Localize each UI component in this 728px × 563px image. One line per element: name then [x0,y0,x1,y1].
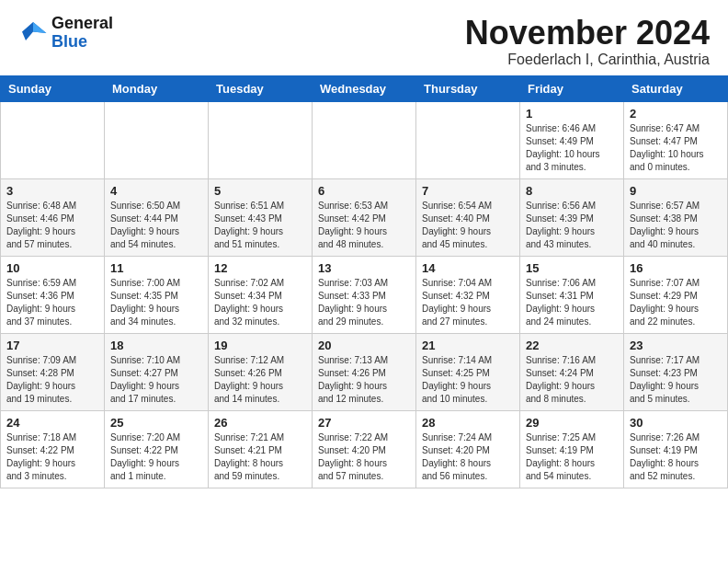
day-number: 10 [6,261,98,275]
day-number: 21 [422,339,514,352]
calendar-week-row: 17Sunrise: 7:09 AM Sunset: 4:28 PM Dayli… [1,333,728,410]
day-info: Sunrise: 7:18 AM Sunset: 4:22 PM Dayligh… [6,431,98,483]
calendar-header: SundayMondayTuesdayWednesdayThursdayFrid… [1,75,728,101]
day-number: 25 [110,416,202,430]
logo-icon [18,18,48,48]
calendar-cell: 1Sunrise: 6:46 AM Sunset: 4:49 PM Daylig… [520,101,624,178]
calendar-cell: 19Sunrise: 7:12 AM Sunset: 4:26 PM Dayli… [209,333,313,410]
day-info: Sunrise: 7:16 AM Sunset: 4:24 PM Dayligh… [526,354,618,406]
calendar-cell [209,101,313,178]
calendar-cell: 20Sunrise: 7:13 AM Sunset: 4:26 PM Dayli… [313,333,416,410]
day-info: Sunrise: 7:03 AM Sunset: 4:33 PM Dayligh… [318,277,410,328]
day-number: 11 [110,261,202,275]
calendar-table: SundayMondayTuesdayWednesdayThursdayFrid… [0,75,728,488]
calendar-cell: 3Sunrise: 6:48 AM Sunset: 4:46 PM Daylig… [1,178,105,256]
day-number: 28 [422,416,514,430]
calendar-cell: 24Sunrise: 7:18 AM Sunset: 4:22 PM Dayli… [1,410,105,488]
day-number: 6 [318,184,410,198]
day-number: 2 [630,107,722,121]
day-info: Sunrise: 7:25 AM Sunset: 4:19 PM Dayligh… [526,431,618,483]
day-number: 16 [630,261,722,275]
calendar-cell: 10Sunrise: 6:59 AM Sunset: 4:36 PM Dayli… [1,256,105,333]
day-info: Sunrise: 6:48 AM Sunset: 4:46 PM Dayligh… [6,200,98,251]
svg-marker-1 [33,22,46,33]
day-info: Sunrise: 7:14 AM Sunset: 4:25 PM Dayligh… [422,354,514,406]
calendar-cell: 16Sunrise: 7:07 AM Sunset: 4:29 PM Dayli… [624,256,728,333]
day-info: Sunrise: 7:02 AM Sunset: 4:34 PM Dayligh… [214,277,306,328]
calendar-week-row: 3Sunrise: 6:48 AM Sunset: 4:46 PM Daylig… [1,178,728,256]
calendar-week-row: 24Sunrise: 7:18 AM Sunset: 4:22 PM Dayli… [1,410,728,488]
day-info: Sunrise: 6:50 AM Sunset: 4:44 PM Dayligh… [110,200,202,251]
calendar-cell [1,101,105,178]
calendar-cell: 22Sunrise: 7:16 AM Sunset: 4:24 PM Dayli… [520,333,624,410]
calendar-week-row: 1Sunrise: 6:46 AM Sunset: 4:49 PM Daylig… [1,101,728,178]
weekday-header-friday: Friday [520,75,624,101]
day-info: Sunrise: 6:47 AM Sunset: 4:47 PM Dayligh… [630,122,722,174]
month-title: November 2024 [465,15,710,52]
day-number: 30 [630,416,722,430]
calendar-week-row: 10Sunrise: 6:59 AM Sunset: 4:36 PM Dayli… [1,256,728,333]
day-info: Sunrise: 7:24 AM Sunset: 4:20 PM Dayligh… [422,431,514,483]
day-number: 20 [318,339,410,352]
weekday-header-saturday: Saturday [624,75,728,101]
day-info: Sunrise: 7:17 AM Sunset: 4:23 PM Dayligh… [630,354,722,406]
day-number: 9 [630,184,722,198]
day-number: 17 [6,339,98,352]
day-info: Sunrise: 7:06 AM Sunset: 4:31 PM Dayligh… [526,277,618,328]
weekday-header-monday: Monday [105,75,209,101]
calendar-body: 1Sunrise: 6:46 AM Sunset: 4:49 PM Daylig… [1,101,728,488]
day-number: 14 [422,261,514,275]
calendar-cell: 13Sunrise: 7:03 AM Sunset: 4:33 PM Dayli… [313,256,416,333]
day-info: Sunrise: 6:59 AM Sunset: 4:36 PM Dayligh… [6,277,98,328]
day-number: 19 [214,339,306,352]
day-number: 3 [6,184,98,198]
day-number: 4 [110,184,202,198]
day-number: 23 [630,339,722,352]
day-info: Sunrise: 6:46 AM Sunset: 4:49 PM Dayligh… [526,122,618,174]
calendar-cell: 30Sunrise: 7:26 AM Sunset: 4:19 PM Dayli… [624,410,728,488]
day-info: Sunrise: 7:07 AM Sunset: 4:29 PM Dayligh… [630,277,722,328]
calendar-cell: 5Sunrise: 6:51 AM Sunset: 4:43 PM Daylig… [209,178,313,256]
day-number: 5 [214,184,306,198]
calendar-cell: 7Sunrise: 6:54 AM Sunset: 4:40 PM Daylig… [416,178,520,256]
day-number: 15 [526,261,618,275]
calendar-cell [105,101,209,178]
day-info: Sunrise: 7:21 AM Sunset: 4:21 PM Dayligh… [214,431,306,483]
calendar-cell: 26Sunrise: 7:21 AM Sunset: 4:21 PM Dayli… [209,410,313,488]
calendar-cell: 15Sunrise: 7:06 AM Sunset: 4:31 PM Dayli… [520,256,624,333]
weekday-header-tuesday: Tuesday [209,75,313,101]
logo-text: General Blue [51,15,113,52]
calendar-cell: 8Sunrise: 6:56 AM Sunset: 4:39 PM Daylig… [520,178,624,256]
calendar-cell: 27Sunrise: 7:22 AM Sunset: 4:20 PM Dayli… [313,410,416,488]
day-info: Sunrise: 6:54 AM Sunset: 4:40 PM Dayligh… [422,200,514,251]
calendar-cell: 2Sunrise: 6:47 AM Sunset: 4:47 PM Daylig… [624,101,728,178]
calendar-cell: 14Sunrise: 7:04 AM Sunset: 4:32 PM Dayli… [416,256,520,333]
calendar-cell: 12Sunrise: 7:02 AM Sunset: 4:34 PM Dayli… [209,256,313,333]
logo: General Blue [18,15,113,52]
day-info: Sunrise: 7:20 AM Sunset: 4:22 PM Dayligh… [110,431,202,483]
weekday-header-sunday: Sunday [1,75,105,101]
day-number: 22 [526,339,618,352]
calendar-cell: 18Sunrise: 7:10 AM Sunset: 4:27 PM Dayli… [105,333,209,410]
calendar-cell: 29Sunrise: 7:25 AM Sunset: 4:19 PM Dayli… [520,410,624,488]
weekday-header-wednesday: Wednesday [313,75,416,101]
calendar-cell: 17Sunrise: 7:09 AM Sunset: 4:28 PM Dayli… [1,333,105,410]
day-number: 1 [526,107,618,121]
day-info: Sunrise: 6:57 AM Sunset: 4:38 PM Dayligh… [630,200,722,251]
calendar-cell: 23Sunrise: 7:17 AM Sunset: 4:23 PM Dayli… [624,333,728,410]
calendar-cell: 21Sunrise: 7:14 AM Sunset: 4:25 PM Dayli… [416,333,520,410]
day-number: 29 [526,416,618,430]
weekday-header-thursday: Thursday [416,75,520,101]
day-number: 12 [214,261,306,275]
day-info: Sunrise: 7:04 AM Sunset: 4:32 PM Dayligh… [422,277,514,328]
day-number: 26 [214,416,306,430]
day-info: Sunrise: 6:53 AM Sunset: 4:42 PM Dayligh… [318,200,410,251]
calendar-cell: 9Sunrise: 6:57 AM Sunset: 4:38 PM Daylig… [624,178,728,256]
day-info: Sunrise: 7:00 AM Sunset: 4:35 PM Dayligh… [110,277,202,328]
calendar-cell: 28Sunrise: 7:24 AM Sunset: 4:20 PM Dayli… [416,410,520,488]
calendar-cell: 4Sunrise: 6:50 AM Sunset: 4:44 PM Daylig… [105,178,209,256]
day-info: Sunrise: 7:10 AM Sunset: 4:27 PM Dayligh… [110,354,202,406]
location-subtitle: Foederlach I, Carinthia, Austria [465,52,710,68]
calendar-cell: 6Sunrise: 6:53 AM Sunset: 4:42 PM Daylig… [313,178,416,256]
calendar-cell: 11Sunrise: 7:00 AM Sunset: 4:35 PM Dayli… [105,256,209,333]
